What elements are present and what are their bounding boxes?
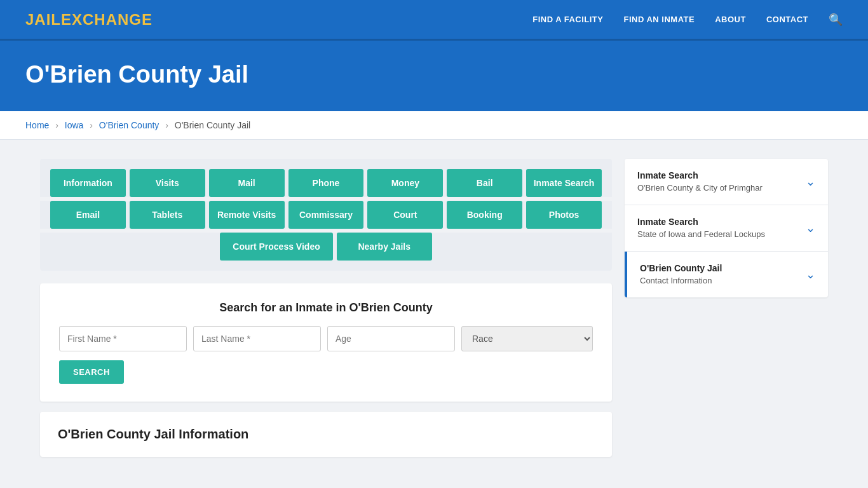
sidebar-text-0: Inmate Search O'Brien County & City of P… — [637, 170, 763, 193]
nav-find-facility[interactable]: FIND A FACILITY — [532, 15, 603, 24]
right-sidebar: Inmate Search O'Brien County & City of P… — [625, 159, 828, 457]
search-title: Search for an Inmate in O'Brien County — [59, 301, 593, 315]
btn-email[interactable]: Email — [50, 201, 126, 229]
chevron-icon-0: ⌄ — [806, 175, 815, 189]
search-button[interactable]: SEARCH — [59, 360, 124, 384]
chevron-icon-1: ⌄ — [806, 221, 815, 235]
button-grid-row3: Court Process Video Nearby Jails — [40, 233, 612, 271]
btn-phone[interactable]: Phone — [288, 169, 364, 197]
nav-contact[interactable]: CONTACT — [766, 15, 808, 24]
left-column: Information Visits Mail Phone Money Bail… — [40, 159, 612, 457]
sidebar-card: Inmate Search O'Brien County & City of P… — [625, 159, 828, 297]
breadcrumb-sep-3: › — [165, 120, 168, 130]
sidebar-text-1: Inmate Search State of Iowa and Federal … — [637, 217, 765, 240]
btn-photos[interactable]: Photos — [526, 201, 602, 229]
chevron-icon-2: ⌄ — [806, 268, 815, 281]
btn-mail[interactable]: Mail — [209, 169, 285, 197]
logo-exchange: EXCHANGE — [61, 11, 153, 28]
inmate-search-box: Search for an Inmate in O'Brien County R… — [40, 283, 612, 402]
logo-jail: JAIL — [25, 11, 61, 28]
button-grid-row2: Email Tablets Remote Visits Commissary C… — [40, 201, 612, 229]
sidebar-sub-0: O'Brien County & City of Primghar — [637, 183, 763, 193]
main-nav: FIND A FACILITY FIND AN INMATE ABOUT CON… — [532, 13, 843, 27]
site-header: JAILEXCHANGE FIND A FACILITY FIND AN INM… — [0, 0, 868, 41]
site-logo[interactable]: JAILEXCHANGE — [25, 11, 153, 29]
main-content: Information Visits Mail Phone Money Bail… — [21, 140, 847, 476]
sidebar-strong-0: Inmate Search — [637, 170, 763, 180]
sidebar-item-2[interactable]: O'Brien County Jail Contact Information … — [625, 252, 828, 297]
breadcrumb: Home › Iowa › O'Brien County › O'Brien C… — [0, 111, 868, 140]
btn-visits[interactable]: Visits — [130, 169, 205, 197]
info-title: O'Brien County Jail Information — [58, 427, 594, 442]
race-select[interactable]: Race White Black Hispanic Asian Other — [461, 326, 593, 351]
btn-court-process-video[interactable]: Court Process Video — [220, 233, 332, 261]
sidebar-sub-1: State of Iowa and Federal Lockups — [637, 229, 765, 239]
btn-inmate-search[interactable]: Inmate Search — [526, 169, 602, 197]
sidebar-item-0[interactable]: Inmate Search O'Brien County & City of P… — [625, 159, 828, 205]
sidebar-text-2: O'Brien County Jail Contact Information — [640, 263, 722, 286]
btn-nearby-jails[interactable]: Nearby Jails — [337, 233, 432, 261]
btn-booking[interactable]: Booking — [447, 201, 522, 229]
breadcrumb-sep-1: › — [55, 120, 58, 130]
sidebar-strong-2: O'Brien County Jail — [640, 263, 722, 273]
nav-about[interactable]: ABOUT — [715, 15, 746, 24]
last-name-input[interactable] — [193, 326, 321, 351]
first-name-input[interactable] — [59, 326, 187, 351]
sidebar-item-1[interactable]: Inmate Search State of Iowa and Federal … — [625, 205, 828, 252]
search-fields: Race White Black Hispanic Asian Other — [59, 326, 593, 351]
breadcrumb-current: O'Brien County Jail — [175, 120, 250, 130]
btn-money[interactable]: Money — [367, 169, 443, 197]
btn-remote-visits[interactable]: Remote Visits — [209, 201, 285, 229]
sidebar-sub-2: Contact Information — [640, 276, 712, 285]
button-grid-row1: Information Visits Mail Phone Money Bail… — [40, 159, 612, 197]
hero-banner: O'Brien County Jail — [0, 41, 868, 111]
search-icon[interactable]: 🔍 — [829, 13, 843, 27]
btn-information[interactable]: Information — [50, 169, 126, 197]
sidebar-strong-1: Inmate Search — [637, 217, 765, 227]
breadcrumb-obrien-county[interactable]: O'Brien County — [99, 120, 159, 130]
info-section: O'Brien County Jail Information — [40, 412, 612, 457]
btn-commissary[interactable]: Commissary — [288, 201, 364, 229]
page-title: O'Brien County Jail — [25, 61, 843, 88]
btn-tablets[interactable]: Tablets — [130, 201, 205, 229]
age-input[interactable] — [327, 326, 455, 351]
btn-court[interactable]: Court — [367, 201, 443, 229]
btn-bail[interactable]: Bail — [447, 169, 522, 197]
breadcrumb-sep-2: › — [90, 120, 93, 130]
nav-find-inmate[interactable]: FIND AN INMATE — [623, 15, 695, 24]
breadcrumb-iowa[interactable]: Iowa — [65, 120, 84, 130]
breadcrumb-home[interactable]: Home — [25, 120, 49, 130]
